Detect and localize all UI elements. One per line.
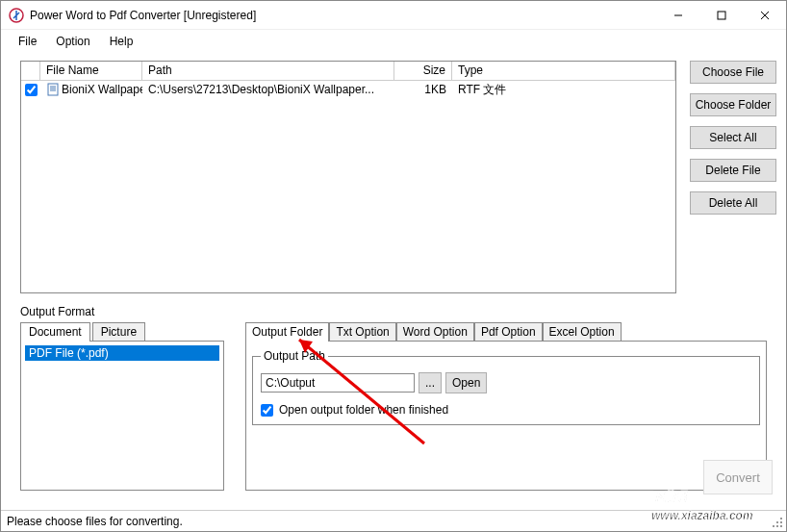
format-item-pdf[interactable]: PDF File (*.pdf) — [25, 345, 219, 361]
browse-button[interactable]: ... — [419, 372, 442, 393]
svg-rect-10 — [776, 525, 778, 527]
close-button[interactable] — [743, 1, 786, 30]
tab-txt-option[interactable]: Txt Option — [329, 322, 395, 342]
file-list[interactable]: File Name Path Size Type BioniX Wallpape… — [20, 61, 676, 293]
choose-file-button[interactable]: Choose File — [690, 61, 776, 84]
svg-rect-2 — [718, 12, 725, 19]
file-type-cell: RTF 文件 — [452, 81, 675, 99]
tab-output-folder[interactable]: Output Folder — [245, 322, 329, 342]
tab-document[interactable]: Document — [20, 322, 90, 342]
delete-all-button[interactable]: Delete All — [690, 191, 776, 215]
file-checkbox[interactable] — [25, 84, 38, 96]
menu-help[interactable]: Help — [100, 31, 143, 52]
svg-rect-13 — [776, 521, 778, 523]
rtf-file-icon — [46, 83, 60, 96]
file-path-cell: C:\Users\27213\Desktop\BioniX Wallpaper.… — [142, 82, 394, 97]
column-size[interactable]: Size — [394, 62, 452, 80]
svg-rect-14 — [780, 518, 782, 519]
column-check[interactable] — [21, 62, 40, 80]
open-when-finished-label: Open output folder when finished — [279, 403, 448, 417]
output-path-input[interactable] — [261, 373, 415, 393]
open-button[interactable]: Open — [445, 372, 487, 393]
output-format-tabs: Document Picture PDF File (*.pdf) — [20, 322, 224, 492]
svg-rect-9 — [780, 525, 782, 527]
choose-folder-button[interactable]: Choose Folder — [690, 93, 776, 116]
window-controls — [656, 1, 786, 30]
file-list-header: File Name Path Size Type — [21, 62, 675, 81]
output-format-label: Output Format — [20, 305, 94, 318]
file-row[interactable]: BioniX Wallpaper... C:\Users\27213\Deskt… — [21, 81, 675, 98]
open-when-finished-checkbox[interactable] — [261, 404, 273, 417]
status-text: Please choose files for converting. — [7, 515, 183, 528]
select-all-button[interactable]: Select All — [690, 126, 776, 149]
file-name-text: BioniX Wallpaper... — [62, 83, 142, 96]
menu-bar: File Option Help — [1, 30, 786, 53]
title-bar: Power Word to Pdf Converter [Unregistere… — [1, 1, 786, 30]
tab-picture[interactable]: Picture — [92, 322, 145, 342]
svg-rect-11 — [780, 521, 782, 523]
format-list[interactable]: PDF File (*.pdf) — [20, 341, 224, 491]
column-type[interactable]: Type — [452, 62, 675, 80]
column-path[interactable]: Path — [142, 62, 394, 80]
menu-option[interactable]: Option — [46, 31, 99, 52]
open-when-finished-row[interactable]: Open output folder when finished — [261, 403, 751, 417]
options-tabs: Output Folder Txt Option Word Option Pdf… — [245, 322, 767, 492]
svg-rect-12 — [773, 525, 774, 527]
delete-file-button[interactable]: Delete File — [690, 159, 776, 182]
window-title: Power Word to Pdf Converter [Unregistere… — [30, 9, 656, 22]
app-icon — [9, 8, 24, 23]
file-size-cell: 1KB — [394, 82, 452, 97]
tab-word-option[interactable]: Word Option — [396, 322, 474, 342]
convert-button[interactable]: Convert — [703, 460, 773, 494]
menu-file[interactable]: File — [9, 31, 46, 52]
output-path-group: Output Path ... Open Open output folder … — [252, 349, 760, 425]
column-file-name[interactable]: File Name — [40, 62, 142, 80]
side-button-panel: Choose File Choose Folder Select All Del… — [690, 61, 776, 215]
tab-excel-option[interactable]: Excel Option — [543, 322, 622, 342]
tab-pdf-option[interactable]: Pdf Option — [474, 322, 543, 342]
minimize-button[interactable] — [656, 1, 699, 30]
resize-grip-icon[interactable] — [769, 514, 784, 529]
svg-rect-5 — [48, 84, 58, 95]
output-path-legend: Output Path — [261, 349, 328, 363]
file-name-cell: BioniX Wallpaper... — [40, 82, 142, 98]
status-bar: Please choose files for converting. — [1, 510, 786, 531]
maximize-button[interactable] — [699, 1, 743, 30]
